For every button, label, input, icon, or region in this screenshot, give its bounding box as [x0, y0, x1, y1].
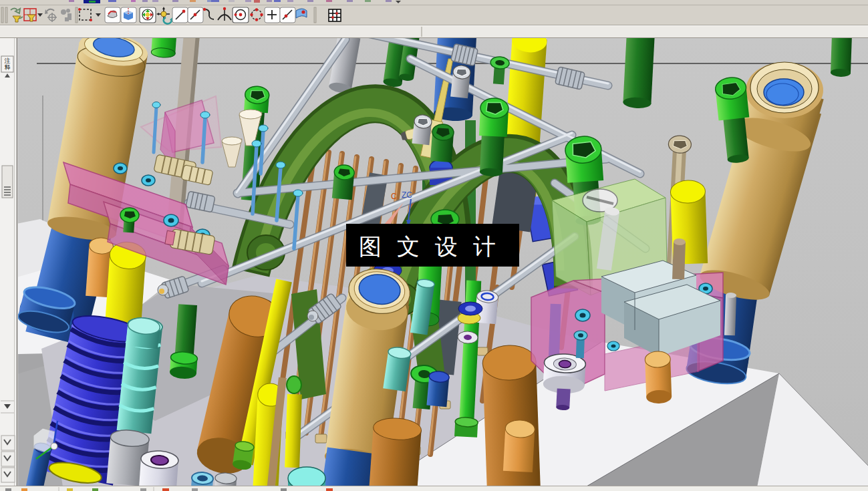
svg-text:释: 释	[5, 64, 11, 71]
svg-text:ZC: ZC	[402, 190, 412, 200]
svg-text:C: C	[391, 192, 397, 201]
svg-text:注: 注	[5, 57, 11, 64]
svg-text:图文设计: 图文设计	[359, 234, 511, 259]
